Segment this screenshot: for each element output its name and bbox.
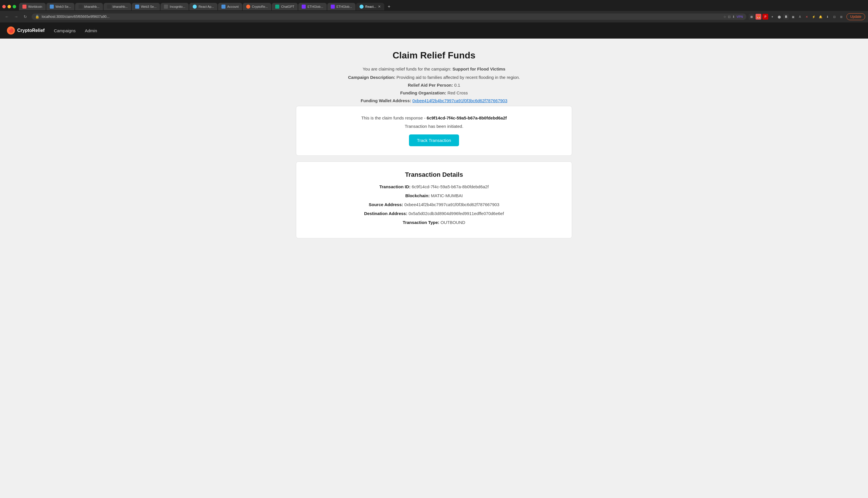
destination-address-line: Destination Address: 0x5a5d02cdb3d8904d9… — [306, 211, 562, 216]
tab-label: React Ap... — [199, 5, 214, 8]
nav-buttons: ← → ↻ — [3, 13, 29, 21]
tab-favicon — [79, 4, 83, 9]
browser-chrome: Worldcoin Web3 Se... bharathb... bharath… — [0, 0, 868, 23]
ext-icon-star[interactable]: ✦ — [769, 14, 775, 19]
tab-favicon — [331, 4, 335, 9]
back-button[interactable]: ← — [3, 13, 11, 21]
tab-favicon — [135, 4, 139, 9]
ext-icon-red[interactable]: P — [762, 14, 768, 19]
tab-label: Worldcoin — [28, 5, 42, 8]
campaign-name: Support for Flood Victims — [452, 66, 505, 71]
browser-toolbar: ← → ↻ 🔒 localhost:3000/claim/65f65665e9f… — [0, 11, 868, 23]
ext-icon-down[interactable]: ⬇ — [825, 14, 830, 19]
reload-button[interactable]: ↻ — [21, 13, 29, 21]
tab-favicon — [302, 4, 306, 9]
initiated-text: Transaction has been initiated. — [306, 124, 562, 129]
tab-label: bharathb... — [113, 5, 128, 8]
maximize-window-button[interactable] — [13, 5, 16, 8]
ext-icon-lightning[interactable]: ⚡ — [811, 14, 816, 19]
campaigns-nav-link[interactable]: Campaigns — [54, 28, 76, 33]
screen-share-icon[interactable]: ⊡ — [728, 15, 731, 19]
tab-cryptore[interactable]: CryptoRe... — [243, 3, 271, 10]
new-tab-button[interactable]: + — [385, 2, 393, 11]
lock-icon: 🔒 — [35, 15, 39, 19]
source-address-line: Source Address: 0xbee414f2b4bc7997ca91f0… — [306, 202, 562, 207]
tab-label: React... — [365, 5, 376, 8]
tab-ethglob-2[interactable]: ETHGlob... — [327, 3, 355, 10]
tab-favicon — [107, 4, 111, 9]
logo-text: CryptoRelief — [17, 28, 44, 33]
tab-react-active[interactable]: React... ✕ — [356, 3, 384, 10]
app-navbar: 🔴 CryptoRelief Campaigns Admin — [0, 23, 868, 39]
address-text: localhost:3000/claim/65f65665e9f9607a90.… — [42, 15, 721, 19]
tab-label: ChatGPT — [281, 5, 294, 8]
details-title: Transaction Details — [306, 171, 562, 179]
tab-ethglob-1[interactable]: ETHGlob... — [298, 3, 326, 10]
app-main: Claim Relief Funds You are claiming reli… — [0, 39, 868, 490]
wallet-address-link[interactable]: 0xbee414f2b4bc7997ca91f0f3bc6d62f7876679… — [412, 98, 507, 103]
close-window-button[interactable] — [2, 5, 6, 8]
vpn-icon[interactable]: VPN — [736, 15, 743, 18]
bookmark-icon[interactable]: ☆ — [723, 15, 726, 19]
ext-icon-x[interactable]: ✕ — [804, 14, 810, 19]
minimize-window-button[interactable] — [8, 5, 11, 8]
track-transaction-button[interactable]: Track Transaction — [409, 134, 459, 146]
tab-favicon — [164, 4, 168, 9]
tab-web3ser-2[interactable]: Web3 Se... — [132, 3, 160, 10]
download-icon[interactable]: ⬇ — [732, 15, 735, 19]
tab-react-app[interactable]: React Ap... — [189, 3, 217, 10]
forward-button[interactable]: → — [12, 13, 20, 21]
tab-bharathb-1[interactable]: bharathb... — [75, 3, 103, 10]
campaign-subtitle: You are claiming relief funds for the ca… — [296, 66, 572, 71]
tab-favicon — [246, 4, 250, 9]
ext-icon-wallet[interactable]: ▣ — [790, 14, 796, 19]
claim-response-card: This is the claim funds response - 6c9f1… — [296, 106, 572, 156]
tab-account[interactable]: Account — [218, 3, 242, 10]
transaction-details-card: Transaction Details Transaction ID: 6c9f… — [296, 161, 572, 238]
relief-aid-line: Relief Aid Per Person: 0.1 — [296, 83, 572, 88]
tab-label: CryptoRe... — [252, 5, 268, 8]
tab-favicon — [193, 4, 197, 9]
address-bar[interactable]: 🔒 localhost:3000/claim/65f65665e9f9607a9… — [32, 14, 746, 20]
tab-label: bharathb... — [84, 5, 99, 8]
ext-icon-b[interactable]: B — [783, 14, 789, 19]
tab-label: ETHGlob... — [308, 5, 323, 8]
tab-favicon — [221, 4, 226, 9]
tab-label: Web3 Se... — [141, 5, 157, 8]
ext-icon-grid[interactable]: ⊞ — [838, 14, 844, 19]
tab-favicon — [50, 4, 54, 9]
tab-web3ser-1[interactable]: Web3 Se... — [46, 3, 74, 10]
logo-icon: 🔴 — [7, 26, 15, 35]
transaction-id-line: Transaction ID: 6c9f14cd-7f4c-59a5-b67a-… — [306, 184, 562, 189]
description-line: Campaign Description: Providing aid to f… — [296, 75, 572, 80]
wallet-address-line: Funding Wallet Address: 0xbee414f2b4bc79… — [296, 98, 572, 103]
admin-nav-link[interactable]: Admin — [85, 28, 97, 33]
ext-icon-window[interactable]: ⊡ — [831, 14, 837, 19]
content-wrapper: Claim Relief Funds You are claiming reli… — [296, 50, 572, 238]
tab-favicon — [275, 4, 279, 9]
ext-icon-circle[interactable]: ⬤ — [776, 14, 782, 19]
traffic-lights — [2, 5, 16, 8]
tab-label: Web3 Se... — [55, 5, 71, 8]
toolbar-extensions: ⊞ 🦊 P ✦ ⬤ B ▣ A ✕ ⚡ 🔔 ⬇ ⊡ ⊞ — [749, 14, 844, 19]
tab-favicon — [360, 4, 364, 9]
response-text: This is the claim funds response - 6c9f1… — [306, 115, 562, 120]
tab-worldcoin[interactable]: Worldcoin — [19, 3, 46, 10]
address-bar-icons: ☆ ⊡ ⬇ VPN — [723, 15, 743, 19]
tab-incognito[interactable]: Incognito... — [161, 3, 189, 10]
response-transaction-id: 6c9f14cd-7f4c-59a5-b67a-8b0fdebd6a2f — [427, 115, 507, 120]
app-logo: 🔴 CryptoRelief — [7, 26, 44, 35]
transaction-type-line: Transaction Type: OUTBOUND — [306, 220, 562, 225]
tab-close-icon[interactable]: ✕ — [378, 4, 381, 9]
ext-icon-a[interactable]: A — [797, 14, 803, 19]
update-button[interactable]: Update — [846, 13, 865, 20]
tab-favicon — [23, 4, 26, 9]
ext-metamask-icon[interactable]: 🦊 — [756, 14, 761, 19]
ext-icon-bell[interactable]: 🔔 — [818, 14, 824, 19]
funding-org-line: Funding Organization: Red Cross — [296, 90, 572, 95]
tab-bharathb-2[interactable]: bharathb... — [104, 3, 132, 10]
ext-icon-1[interactable]: ⊞ — [749, 14, 755, 19]
tab-label: Incognito... — [170, 5, 185, 8]
tab-chatgpt[interactable]: ChatGPT — [272, 3, 298, 10]
tab-label: Account — [227, 5, 239, 8]
